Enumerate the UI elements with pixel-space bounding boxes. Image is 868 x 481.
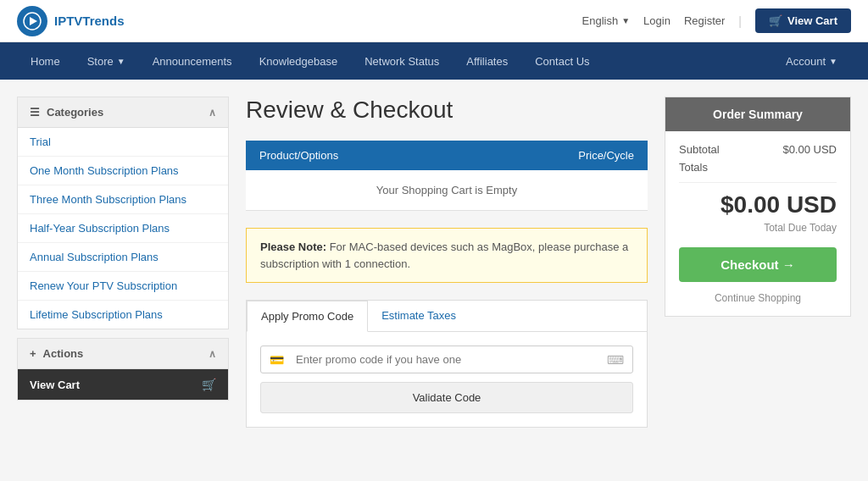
store-caret-icon: ▼	[117, 57, 125, 66]
tab-apply-promo[interactable]: Apply Promo Code	[247, 301, 368, 332]
promo-body: 💳 ⌨ Validate Code	[247, 332, 647, 427]
main-content: Review & Checkout Product/Options Price/…	[246, 97, 648, 464]
top-right-actions: English ▼ Login Register | 🛒 View Cart	[582, 8, 851, 33]
nav-knowledgebase[interactable]: Knowledgebase	[246, 45, 352, 78]
total-due-label: Total Due Today	[679, 222, 837, 234]
notice-box: Please Note: For MAC-based devices such …	[246, 228, 648, 283]
total-amount: $0.00 USD	[679, 191, 837, 218]
sidebar-item-renew[interactable]: Renew Your PTV Subscription	[18, 272, 228, 301]
categories-chevron-icon: ∧	[209, 107, 216, 119]
top-bar: IPTVTrends English ▼ Login Register | 🛒 …	[0, 0, 868, 42]
order-summary-box: Order Summary Subtotal $0.00 USD Totals …	[665, 97, 851, 317]
register-link[interactable]: Register	[684, 14, 725, 27]
categories-section: ☰ Categories ∧ Trial One Month Subscript…	[17, 97, 229, 329]
promo-input-suffix-icon: ⌨	[598, 353, 632, 367]
nav-right: Account ▼	[772, 45, 851, 78]
nav-contact[interactable]: Contact Us	[521, 45, 603, 78]
actions-label: Actions	[43, 347, 84, 360]
totals-label: Totals	[679, 161, 708, 174]
page-title: Review & Checkout	[246, 97, 648, 124]
cart-table: Product/Options Price/Cycle Your Shoppin…	[246, 141, 648, 211]
sidebar-view-cart-item[interactable]: View Cart 🛒	[18, 369, 228, 400]
checkout-button[interactable]: Checkout →	[679, 247, 837, 282]
subtotal-row: Subtotal $0.00 USD	[679, 143, 837, 156]
cart-icon: 🛒	[769, 14, 782, 27]
cart-sidebar-icon: 🛒	[202, 378, 216, 391]
promo-section: Apply Promo Code Estimate Taxes 💳 ⌨ Vali…	[246, 300, 648, 428]
promo-code-input[interactable]	[292, 346, 598, 373]
table-col-price: Price/Cycle	[471, 141, 648, 170]
order-summary-body: Subtotal $0.00 USD Totals $0.00 USD Tota…	[665, 131, 850, 316]
actions-plus-icon: +	[30, 347, 36, 360]
language-caret-icon: ▼	[621, 16, 630, 25]
checkout-label: Checkout →	[721, 257, 795, 272]
subtotal-label: Subtotal	[679, 143, 720, 156]
promo-tabs: Apply Promo Code Estimate Taxes	[247, 301, 647, 332]
actions-chevron-icon: ∧	[209, 348, 216, 360]
logo-text: IPTVTrends	[54, 14, 125, 28]
tab-estimate-taxes[interactable]: Estimate Taxes	[368, 301, 470, 332]
sidebar-item-three-month[interactable]: Three Month Subscription Plans	[18, 185, 228, 214]
logo-icon	[17, 6, 47, 36]
validate-code-button[interactable]: Validate Code	[260, 382, 633, 413]
sidebar: ☰ Categories ∧ Trial One Month Subscript…	[17, 97, 229, 464]
promo-card-icon: 💳	[261, 353, 292, 367]
svg-marker-1	[30, 17, 37, 25]
actions-header: + Actions ∧	[18, 339, 228, 369]
language-label: English	[582, 14, 619, 27]
summary-divider	[679, 182, 837, 183]
continue-shopping-link[interactable]: Continue Shopping	[679, 292, 837, 304]
totals-row: Totals	[679, 161, 837, 174]
nav-left: Home Store ▼ Announcements Knowledgebase…	[17, 45, 604, 78]
empty-cart-message: Your Shopping Cart is Empty	[246, 170, 648, 211]
sidebar-item-trial[interactable]: Trial	[18, 128, 228, 157]
nav-bar: Home Store ▼ Announcements Knowledgebase…	[0, 42, 868, 80]
account-caret-icon: ▼	[829, 57, 837, 66]
tab-estimate-taxes-label: Estimate Taxes	[381, 309, 456, 322]
order-summary: Order Summary Subtotal $0.00 USD Totals …	[665, 97, 851, 464]
table-col-product: Product/Options	[246, 141, 471, 170]
tab-apply-promo-label: Apply Promo Code	[261, 310, 353, 323]
nav-announcements[interactable]: Announcements	[139, 45, 246, 78]
actions-section: + Actions ∧ View Cart 🛒	[17, 338, 229, 401]
nav-network-status[interactable]: Network Status	[351, 45, 453, 78]
categories-label: Categories	[47, 106, 103, 119]
nav-home[interactable]: Home	[17, 45, 74, 78]
sidebar-item-annual[interactable]: Annual Subscription Plans	[18, 243, 228, 272]
order-summary-title: Order Summary	[665, 97, 850, 131]
divider: |	[738, 14, 742, 28]
nav-affiliates[interactable]: Affiliates	[453, 45, 521, 78]
sidebar-item-one-month[interactable]: One Month Subscription Plans	[18, 157, 228, 185]
login-link[interactable]: Login	[643, 14, 670, 27]
nav-account[interactable]: Account ▼	[772, 45, 851, 78]
view-cart-sidebar-label: View Cart	[30, 379, 80, 391]
notice-prefix: Please Note:	[260, 240, 326, 253]
language-selector[interactable]: English ▼	[582, 14, 631, 27]
nav-store[interactable]: Store ▼	[74, 45, 139, 78]
view-cart-label: View Cart	[787, 14, 837, 27]
categories-header: ☰ Categories ∧	[18, 97, 228, 128]
view-cart-button[interactable]: 🛒 View Cart	[755, 8, 851, 33]
main-wrapper: ☰ Categories ∧ Trial One Month Subscript…	[0, 80, 868, 481]
subtotal-value: $0.00 USD	[782, 143, 837, 156]
sidebar-item-half-year[interactable]: Half-Year Subscription Plans	[18, 214, 228, 243]
logo: IPTVTrends	[17, 6, 125, 36]
categories-icon: ☰	[30, 106, 40, 119]
sidebar-item-lifetime[interactable]: Lifetime Subscription Plans	[18, 301, 228, 329]
promo-input-row: 💳 ⌨	[260, 346, 633, 373]
